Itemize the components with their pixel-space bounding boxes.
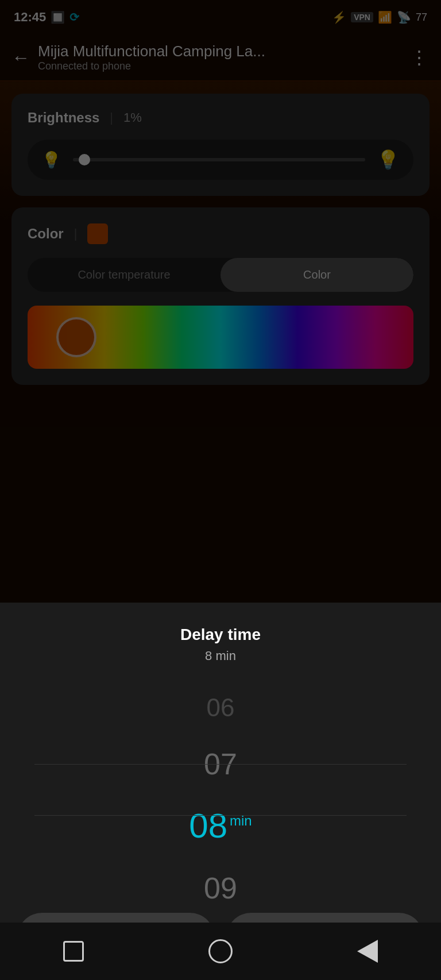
- sheet-title: Delay time: [0, 626, 441, 644]
- sheet-subtitle: 8 min: [0, 649, 441, 663]
- bottom-sheet: Delay time 8 min 06 07 08min 09 10 Cance…: [0, 603, 441, 980]
- nav-home-icon: [208, 939, 233, 963]
- nav-recents-icon: [63, 941, 84, 962]
- picker-container[interactable]: 06 07 08min 09 10: [0, 681, 441, 899]
- nav-recents-button[interactable]: [51, 934, 96, 969]
- nav-back-button[interactable]: [345, 934, 390, 969]
- picker-item-06[interactable]: 06: [0, 681, 441, 735]
- nav-back-icon: [357, 940, 378, 963]
- picker-item-07[interactable]: 07: [0, 735, 441, 793]
- nav-home-button[interactable]: [198, 934, 243, 969]
- picker-item-09[interactable]: 09: [0, 859, 441, 899]
- nav-bar: [0, 923, 441, 980]
- picker-item-08[interactable]: 08min: [0, 793, 441, 859]
- picker-unit: min: [230, 813, 252, 828]
